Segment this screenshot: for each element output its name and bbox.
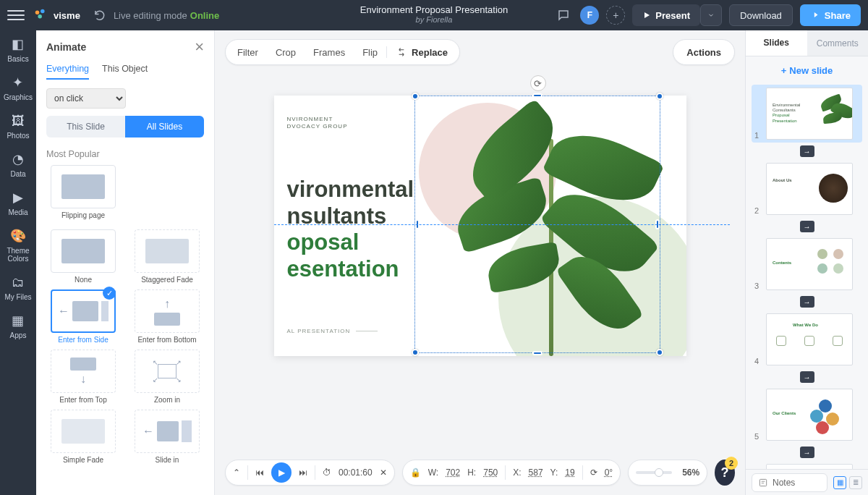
lock-icon[interactable]: 🔒	[410, 468, 421, 478]
selected-check-icon: ✓	[103, 287, 116, 300]
anim-simple-fade[interactable]: Simple Fade	[46, 410, 120, 464]
menu-button[interactable]	[7, 7, 25, 24]
animate-title: Animate	[46, 41, 86, 53]
download-button[interactable]: Download	[729, 4, 793, 26]
visme-logo[interactable]: visme	[33, 7, 80, 23]
filter-button[interactable]: Filter	[229, 47, 267, 58]
slide-canvas[interactable]: NVIRONMENT DVOCACY GROUP vironmental nsu…	[274, 96, 686, 356]
replace-icon	[396, 46, 407, 58]
transition-2[interactable]: →	[800, 221, 814, 232]
slide-title-text: vironmental nsultants oposal esentation	[287, 177, 414, 282]
collapse-icon[interactable]: ⌃	[233, 468, 240, 478]
slide-thumb-1[interactable]: 1 EnvironmentalConsultants ProposalPrese…	[752, 85, 862, 143]
flip-button[interactable]: Flip	[354, 47, 386, 58]
anim-enter-from-top[interactable]: ↓ Enter from Top	[46, 350, 120, 404]
project-title-block: Environment Proposal Presentation by Fio…	[360, 4, 509, 24]
tab-comments[interactable]: Comments	[807, 30, 869, 56]
editing-mode-label: Live editing mode	[114, 10, 187, 21]
scope-this-slide[interactable]: This Slide	[46, 116, 125, 138]
anim-zoom-in[interactable]: ↖↗↙↘ Zoom in	[130, 350, 204, 404]
new-slide-button[interactable]: + New slide	[781, 65, 833, 76]
slide-thumb-3[interactable]: 3 Contents	[752, 235, 862, 293]
slide-thumb-4[interactable]: 4 What We Do	[752, 310, 862, 368]
rotate-handle[interactable]: ⟳	[530, 75, 546, 91]
canvas-area: Filter Crop Frames Flip Replace Actions …	[215, 30, 745, 495]
add-collaborator-button[interactable]: +	[606, 6, 625, 25]
slide-footer: AL PRESENTATION	[287, 328, 378, 334]
rail-my-files[interactable]: 🗂My Files	[4, 274, 31, 301]
playback-controls: ⌃ ⏮ ▶ ⏭ ⏱ 00:01:60 ✕	[225, 460, 395, 486]
rail-basics[interactable]: ◧Basics	[7, 36, 28, 63]
play-button[interactable]: ▶	[271, 462, 292, 483]
plant-image[interactable]	[419, 96, 686, 356]
anim-none[interactable]: None	[46, 229, 120, 284]
transition-4[interactable]: →	[800, 371, 814, 383]
data-icon: ◔	[10, 151, 26, 167]
present-dropdown[interactable]	[700, 4, 722, 26]
chat-icon[interactable]	[554, 6, 573, 25]
help-button[interactable]: ? 2	[715, 460, 735, 486]
transform-readout: 🔒 W: 702 H: 750 X: 587 Y: 19 ⟳ 0°	[402, 460, 621, 486]
close-panel-button[interactable]: ×	[195, 39, 204, 55]
rotation-icon: ⟳	[590, 468, 597, 478]
notes-button[interactable]: Notes	[752, 473, 827, 492]
next-slide-button[interactable]: ⏭	[299, 468, 307, 478]
rail-photos[interactable]: 🖼Photos	[7, 113, 29, 140]
notes-icon	[758, 478, 768, 488]
undo-icon[interactable]	[93, 9, 106, 22]
rotation-value[interactable]: 0°	[605, 468, 613, 478]
tab-everything[interactable]: Everything	[46, 64, 89, 80]
rail-graphics[interactable]: ✦Graphics	[4, 75, 33, 101]
animate-panel: Animate × Everything This Object on clic…	[36, 30, 215, 495]
slide-thumb-6[interactable]	[752, 461, 862, 469]
palette-icon: 🎨	[10, 228, 26, 244]
project-title[interactable]: Environment Proposal Presentation	[360, 4, 509, 15]
anim-slide-in[interactable]: ← Slide in	[130, 410, 204, 464]
anim-enter-from-side[interactable]: ✓ ← Enter from Side	[46, 289, 120, 344]
y-value[interactable]: 19	[565, 468, 574, 478]
tab-slides[interactable]: Slides	[746, 30, 807, 56]
tab-this-object[interactable]: This Object	[102, 64, 148, 80]
anim-flipping-page[interactable]: Flipping page	[46, 165, 120, 219]
user-avatar[interactable]: F	[580, 6, 599, 25]
chevron-down-icon	[707, 12, 715, 19]
rail-theme-colors[interactable]: 🎨Theme Colors	[0, 228, 36, 263]
transition-1[interactable]: →	[800, 145, 814, 157]
scope-all-slides[interactable]: All Slides	[125, 116, 204, 138]
replace-button[interactable]: Replace	[386, 46, 456, 58]
timer-value: 00:01:60	[339, 468, 373, 478]
transition-3[interactable]: →	[800, 296, 814, 308]
apps-icon: ▦	[10, 313, 26, 329]
files-icon: 🗂	[10, 274, 26, 290]
svg-point-2	[38, 14, 42, 19]
image-toolbar: Filter Crop Frames Flip Replace	[225, 39, 460, 65]
crop-button[interactable]: Crop	[267, 47, 305, 58]
height-value[interactable]: 750	[483, 468, 498, 478]
anim-staggered-fade[interactable]: Staggered Fade	[130, 229, 204, 284]
transition-5[interactable]: →	[800, 447, 814, 458]
present-button[interactable]: Present	[632, 4, 700, 26]
zoom-control[interactable]: 56%	[628, 460, 707, 486]
trigger-select[interactable]: on click	[46, 88, 126, 109]
actions-button[interactable]: Actions	[673, 39, 735, 65]
rail-apps[interactable]: ▦Apps	[10, 313, 27, 339]
photos-icon: 🖼	[10, 113, 26, 129]
rail-data[interactable]: ◔Data	[10, 151, 26, 178]
grid-view-icon[interactable]: ▦	[833, 476, 846, 489]
x-value[interactable]: 587	[529, 468, 543, 478]
zoom-value: 56%	[682, 468, 699, 478]
help-badge: 2	[725, 457, 738, 470]
frames-button[interactable]: Frames	[305, 47, 354, 58]
slide-thumb-2[interactable]: 2 About Us	[752, 160, 862, 218]
list-view-icon[interactable]: ≣	[849, 476, 862, 489]
project-author: by Fiorella	[360, 15, 509, 24]
share-button[interactable]: Share	[800, 4, 861, 26]
anim-enter-from-bottom[interactable]: ↑ Enter from Bottom	[130, 289, 204, 344]
width-value[interactable]: 702	[446, 468, 460, 478]
rail-media[interactable]: ▶Media	[8, 190, 27, 216]
slide-thumb-5[interactable]: 5 Our Clients	[752, 386, 862, 444]
clear-timer-button[interactable]: ✕	[380, 468, 387, 478]
right-panel: Slides Comments + New slide 1 Environmen…	[745, 30, 868, 495]
prev-slide-button[interactable]: ⏮	[255, 468, 264, 478]
share-icon	[810, 10, 820, 20]
